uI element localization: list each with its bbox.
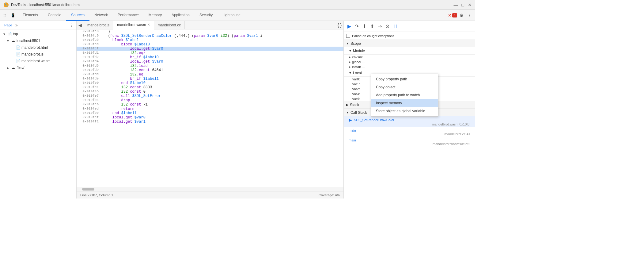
source-tab-mandelbrot-wasm[interactable]: mandelbrot.wasm ✕ — [113, 21, 154, 29]
line-address: 0x010fc9 — [77, 34, 101, 37]
line-address: 0x010fe5 — [77, 90, 101, 93]
local-chevron-icon: ▼ — [349, 71, 352, 75]
step-button[interactable]: ⇒ — [377, 23, 383, 30]
inspect-element-button[interactable]: ⬚ — [0, 10, 8, 21]
scope-global-item[interactable]: ▶ global ... — [344, 60, 475, 64]
source-pretty-print[interactable]: { } — [336, 23, 343, 28]
tree-item-top[interactable]: ▼ 📄 top — [0, 31, 76, 37]
tree-item-mandelbrot-js[interactable]: 📄 mandelbrot.js — [0, 51, 76, 58]
code-line: 0x010fc9 (func $SDL_SetRenderDrawColor (… — [77, 34, 343, 38]
scope-label: var2: — [349, 87, 360, 91]
device-toolbar-button[interactable]: 📱 — [8, 10, 18, 21]
source-tab-mandelbrot-js[interactable]: mandelbrot.js — [84, 21, 113, 29]
horizontal-scrollbar[interactable] — [77, 187, 343, 191]
menu-copy-property-path[interactable]: Copy property path — [371, 75, 438, 83]
tab-memory[interactable]: Memory — [144, 10, 167, 21]
pause-caught-checkbox[interactable] — [346, 34, 350, 38]
line-code: local.get $var0 — [101, 115, 343, 120]
scope-title: Scope — [350, 41, 361, 46]
tab-application[interactable]: Application — [167, 10, 195, 21]
right-panel-scroll[interactable]: ▼ Scope ▼ Module ▶ env.me ... ▶ global .… — [344, 40, 475, 198]
chevron-icon: ▼ — [2, 33, 6, 36]
source-tab-mandelbrot-cc[interactable]: mandelbrot.cc — [154, 21, 185, 29]
tree-item-file[interactable]: ▶ ☁ file:// — [0, 64, 76, 71]
code-line: 0x010fee end $label1 — [77, 111, 343, 115]
code-line: 0x010fd6 i32.load — [77, 64, 343, 68]
resume-button[interactable]: ▶ — [346, 23, 352, 30]
source-nav-back[interactable]: ◀ — [77, 23, 84, 28]
source-content[interactable]: 0x010fc8 )0x010fc9 (func $SDL_SetRenderD… — [77, 29, 343, 187]
line-address: 0x010fc8 — [77, 29, 101, 33]
code-line: 0x010fe7 call $SDL_SetError — [77, 94, 343, 98]
line-code: i32.const 0 — [101, 90, 343, 94]
step-into-button[interactable]: ⬇ — [361, 23, 368, 30]
sidebar-options-button[interactable]: ⋮ — [70, 23, 74, 28]
scope-label: var0: — [349, 77, 360, 81]
tab-performance[interactable]: Performance — [113, 10, 144, 21]
tab-lighthouse[interactable]: Lighthouse — [218, 10, 245, 21]
frame-name: SDL_SetRenderDrawColor — [354, 118, 394, 122]
code-line: 0x010fed return — [77, 107, 343, 111]
call-stack-item-0[interactable]: ▶ SDL_SetRenderDrawColor mandelbrot.wasm… — [344, 116, 475, 127]
tab-network[interactable]: Network — [89, 10, 113, 21]
scope-instan-item[interactable]: ▶ instan ... — [344, 64, 475, 69]
code-line: 0x010fea drop — [77, 98, 343, 102]
menu-copy-object[interactable]: Copy object — [371, 83, 438, 91]
active-frame-icon: ▶ — [349, 118, 352, 122]
tree-item-mandelbrot-html[interactable]: 📄 mandelbrot.html — [0, 44, 76, 51]
window-title: DevTools - localhost:5501/mandelbrot.htm… — [11, 3, 81, 7]
tree-item-localhost[interactable]: ▼ ☁ localhost:5501 — [0, 37, 76, 44]
tab-console[interactable]: Console — [43, 10, 66, 21]
step-out-button[interactable]: ⬆ — [369, 23, 375, 30]
frame-location: mandelbrot.wasm:0x3ef2 — [349, 142, 470, 146]
code-line: 0x010feb i32.const -1 — [77, 102, 343, 107]
more-button[interactable]: ⋮ — [466, 12, 473, 19]
error-badge: 4 — [452, 13, 457, 17]
close-tab-icon[interactable]: ✕ — [147, 23, 150, 27]
minimize-button[interactable]: — — [454, 2, 458, 7]
code-line: 0x010fe0 end $label0 — [77, 81, 343, 85]
tab-sources[interactable]: Sources — [66, 10, 89, 21]
menu-inspect-memory[interactable]: Inspect memory — [371, 99, 438, 107]
pause-button[interactable]: ⏸ — [392, 23, 399, 30]
line-code: i32.const -1 — [101, 102, 343, 107]
call-stack-item-2[interactable]: main mandelbrot.wasm:0x3ef2 — [344, 137, 475, 147]
source-tabs: ◀ mandelbrot.js mandelbrot.wasm ✕ mandel… — [77, 21, 343, 29]
line-address: 0x010fd6 — [77, 64, 101, 67]
scope-value: ... — [364, 55, 367, 59]
scope-value: ... — [362, 65, 365, 69]
deactivate-button[interactable]: ⊘ — [384, 23, 391, 30]
stack-title: Stack — [350, 103, 359, 107]
code-line: 0x010fc8 ) — [77, 29, 343, 34]
scope-header[interactable]: ▼ Scope — [344, 40, 475, 47]
close-button[interactable]: ✕ — [468, 2, 472, 7]
source-footer: Line 27107, Column 1 Coverage: n/a — [77, 191, 343, 198]
code-line: 0x010fe1 i32.const 8833 — [77, 85, 343, 90]
call-stack-item-1[interactable]: main mandelbrot.cc:41 — [344, 127, 475, 137]
settings-button[interactable]: ⚙ — [458, 12, 465, 19]
scope-chevron-icon: ▼ — [346, 42, 349, 45]
menu-store-as-global[interactable]: Store object as global variable — [371, 107, 438, 115]
chevron-icon: ▶ — [6, 66, 10, 70]
wasm-file-icon: 📄 — [16, 59, 20, 63]
folder-icon: 📄 — [7, 32, 12, 36]
line-code: br_if $label0 — [101, 55, 343, 60]
maximize-button[interactable]: □ — [462, 2, 464, 7]
scope-env-item[interactable]: ▶ env.me ... — [344, 55, 475, 60]
tree-item-mandelbrot-wasm[interactable]: 📄 mandelbrot.wasm — [0, 58, 76, 64]
sidebar-more-button[interactable]: » — [15, 23, 18, 28]
module-header[interactable]: ▼ Module — [344, 47, 475, 55]
line-address: 0x010ff1 — [77, 120, 101, 123]
code-line: 0x010fd2 br_if $label0 — [77, 55, 343, 60]
call-stack-title: Call Stack — [350, 110, 367, 115]
stack-chevron-icon: ▶ — [346, 103, 349, 106]
step-over-button[interactable]: ↷ — [354, 23, 360, 30]
tab-security[interactable]: Security — [195, 10, 218, 21]
tab-elements[interactable]: Elements — [18, 10, 43, 21]
sidebar-tab-page[interactable]: Page — [2, 23, 14, 28]
line-code: i32.eqz — [101, 51, 343, 55]
menu-add-to-watch[interactable]: Add property path to watch — [371, 91, 438, 99]
code-line: 0x010fde br_if $label1 — [77, 77, 343, 81]
code-line: 0x010fe5 i32.const 0 — [77, 90, 343, 94]
line-code: local.get $var0 — [101, 60, 343, 64]
